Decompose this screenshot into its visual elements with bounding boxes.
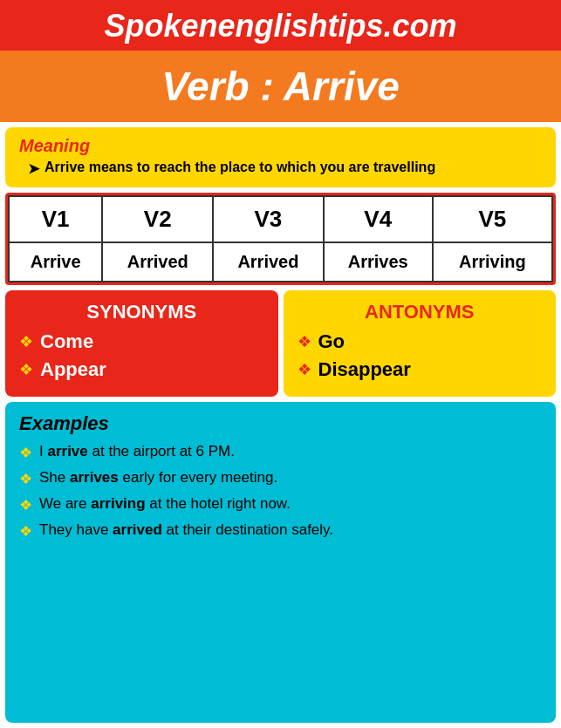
diamond-ex-2: ❖ bbox=[19, 470, 32, 488]
antonym-text-1: Go bbox=[318, 330, 345, 353]
site-title: Spokenenglishtips.com bbox=[10, 9, 551, 44]
page-container: Spokenenglishtips.com Verb : Arrive Mean… bbox=[0, 0, 561, 728]
diamond-icon-4: ❖ bbox=[298, 360, 311, 379]
antonyms-label: ANTONYMS bbox=[298, 301, 543, 323]
synonym-item-2: ❖ Appear bbox=[19, 358, 264, 381]
verb-forms-table: V1 V2 V3 V4 V5 Arrive Arrived Arrived Ar… bbox=[5, 193, 556, 285]
syn-ant-row: SYNONYMS ❖ Come ❖ Appear ANTONYMS ❖ Go ❖… bbox=[5, 290, 556, 397]
col-v2: V2 bbox=[102, 196, 213, 242]
example-item-3: ❖ We are arriving at the hotel right now… bbox=[19, 494, 542, 514]
meaning-description: Arrive means to reach the place to which… bbox=[44, 160, 435, 175]
meaning-section: Meaning ➤ Arrive means to reach the plac… bbox=[5, 127, 556, 187]
col-v4: V4 bbox=[324, 196, 433, 242]
antonym-item-1: ❖ Go bbox=[298, 330, 543, 353]
col-v1: V1 bbox=[9, 196, 102, 242]
col-v3: V3 bbox=[213, 196, 324, 242]
val-v5: Arriving bbox=[433, 242, 552, 282]
verb-title-bar: Verb : Arrive bbox=[0, 51, 561, 122]
antonyms-section: ANTONYMS ❖ Go ❖ Disappear bbox=[284, 290, 557, 397]
diamond-ex-4: ❖ bbox=[19, 522, 32, 541]
val-v4: Arrives bbox=[324, 242, 433, 282]
antonym-text-2: Disappear bbox=[318, 358, 411, 381]
meaning-label: Meaning bbox=[19, 136, 542, 156]
diamond-icon-3: ❖ bbox=[298, 332, 311, 351]
val-v3: Arrived bbox=[213, 242, 324, 282]
example-item-4: ❖ They have arrived at their destination… bbox=[19, 520, 542, 541]
example-item-1: ❖ I arrive at the airport at 6 PM. bbox=[19, 442, 542, 462]
synonym-text-2: Appear bbox=[40, 358, 106, 381]
synonym-text-1: Come bbox=[40, 330, 93, 353]
example-text-3: We are arriving at the hotel right now. bbox=[39, 494, 291, 514]
header-section: Spokenenglishtips.com bbox=[0, 0, 561, 51]
verb-title: Verb : Arrive bbox=[10, 63, 551, 110]
synonyms-label: SYNONYMS bbox=[19, 301, 264, 323]
example-text-2: She arrives early for every meeting. bbox=[39, 468, 277, 487]
examples-label: Examples bbox=[19, 412, 542, 435]
example-text-4: They have arrived at their destination s… bbox=[39, 520, 333, 540]
antonym-item-2: ❖ Disappear bbox=[298, 358, 543, 381]
val-v1: Arrive bbox=[9, 242, 102, 282]
example-text-1: I arrive at the airport at 6 PM. bbox=[39, 442, 235, 461]
meaning-text: ➤ Arrive means to reach the place to whi… bbox=[19, 160, 542, 177]
val-v2: Arrived bbox=[102, 242, 213, 282]
diamond-icon-2: ❖ bbox=[19, 360, 33, 379]
example-item-2: ❖ She arrives early for every meeting. bbox=[19, 468, 542, 488]
diamond-ex-1: ❖ bbox=[19, 444, 32, 462]
diamond-icon-1: ❖ bbox=[19, 332, 33, 351]
diamond-ex-3: ❖ bbox=[19, 496, 32, 514]
arrow-icon: ➤ bbox=[28, 160, 39, 177]
synonym-item-1: ❖ Come bbox=[19, 330, 264, 353]
examples-section: Examples ❖ I arrive at the airport at 6 … bbox=[5, 402, 556, 723]
synonyms-section: SYNONYMS ❖ Come ❖ Appear bbox=[5, 290, 278, 397]
col-v5: V5 bbox=[433, 196, 552, 242]
